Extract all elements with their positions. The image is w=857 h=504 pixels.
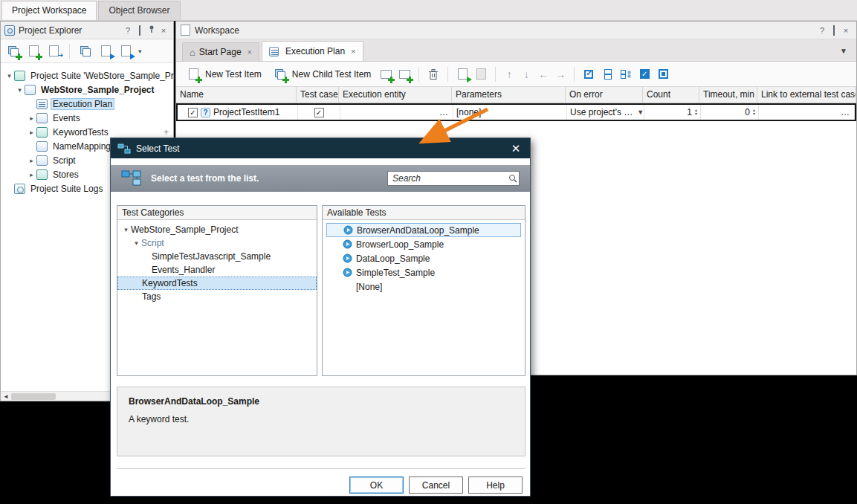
pin-icon[interactable] <box>146 25 158 36</box>
enable-all-button[interactable]: ✓ <box>581 67 596 82</box>
column-header-parameters[interactable]: Parameters <box>452 87 566 103</box>
available-test-item[interactable]: BrowserAndDataLoop_Sample <box>326 223 521 237</box>
cell-count[interactable]: 1 ▴▾ <box>644 105 701 120</box>
scroll-left-icon[interactable]: ◄ <box>1 393 11 400</box>
move-right-button[interactable]: → <box>554 68 567 80</box>
available-test-item[interactable]: DataLoop_Sample <box>326 251 521 265</box>
run-project-suite-button[interactable] <box>98 44 113 59</box>
enable-group-button[interactable] <box>618 67 633 82</box>
new-group-button[interactable] <box>378 67 393 82</box>
expander-expanded-icon[interactable]: ▾ <box>4 72 14 80</box>
test-categories-panel: Test Categories ▾ WebStore_Sample_Projec… <box>117 205 317 376</box>
new-project-button[interactable] <box>26 44 41 59</box>
count-stepper[interactable]: ▴▾ <box>695 109 697 116</box>
column-header-on-error[interactable]: On error <box>566 87 643 103</box>
tab-execution-plan[interactable]: Execution Plan × <box>262 41 363 61</box>
category-item-script[interactable]: ▾ Script <box>117 236 317 250</box>
add-existing-item-button[interactable] <box>78 44 93 59</box>
move-up-button[interactable]: ↑ <box>502 68 516 80</box>
tree-item-execution-plan[interactable]: Execution Plan <box>1 97 173 111</box>
tab-close-icon[interactable]: × <box>248 48 252 56</box>
results-button[interactable] <box>473 67 488 82</box>
trash-icon <box>428 68 439 80</box>
timeout-stepper[interactable]: ▴▾ <box>753 109 755 116</box>
row-enabled-checkbox[interactable]: ✓ <box>188 108 198 117</box>
tree-item-project-suite[interactable]: ▾ Project Suite 'WebStore_Sample_Project… <box>1 68 173 83</box>
search-box <box>387 171 520 186</box>
restore-icon[interactable] <box>828 25 840 36</box>
available-tests-panel: Available Tests BrowserAndDataLoop_Sampl… <box>322 205 525 376</box>
enable-selected-button[interactable]: ✓ <box>637 67 652 82</box>
help-button[interactable]: Help <box>468 476 523 494</box>
category-item-project[interactable]: ▾ WebStore_Sample_Project <box>117 223 317 236</box>
column-header-link[interactable]: Link to external test case <box>757 87 856 103</box>
new-test-item-button[interactable]: New Test Item <box>182 65 265 84</box>
help-icon[interactable]: ? <box>122 25 134 36</box>
open-arrow-icon: ➔ <box>57 52 63 59</box>
cell-link[interactable]: … <box>759 105 855 120</box>
browse-ellipsis-button[interactable]: … <box>839 107 851 117</box>
expander-collapsed-icon[interactable]: ▸ <box>27 114 36 122</box>
move-down-button[interactable]: ↓ <box>520 68 533 80</box>
tree-item-label: NameMapping <box>51 140 113 152</box>
column-header-name[interactable]: Name <box>176 87 297 103</box>
expander-expanded-icon[interactable]: ▾ <box>121 226 131 233</box>
tab-start-page[interactable]: ⌂ Start Page × <box>182 42 259 61</box>
column-header-timeout[interactable]: Timeout, min <box>699 87 757 103</box>
expander-expanded-icon[interactable]: ▾ <box>15 86 25 94</box>
delete-button[interactable] <box>426 67 441 82</box>
category-item-simpletestjavascript[interactable]: SimpleTestJavascript_Sample <box>117 250 317 263</box>
tree-item-events[interactable]: ▸ Events <box>1 111 173 125</box>
expander-collapsed-icon[interactable]: ▸ <box>27 157 36 164</box>
open-project-button[interactable]: ➔ <box>46 44 61 59</box>
search-input[interactable] <box>387 171 520 186</box>
scrollbar-thumb[interactable] <box>11 393 56 400</box>
cell-on-error[interactable]: Use project's … ▼ <box>567 105 644 120</box>
project-explorer-header: Project Explorer ? × <box>1 22 173 39</box>
table-row[interactable]: ✓ ? ProjectTestItem1 ✓ … [none] Use proj… <box>176 103 856 121</box>
new-child-test-item-button[interactable]: New Child Test Item <box>269 65 375 84</box>
script-icon <box>36 155 48 166</box>
add-item-button[interactable]: + <box>164 127 169 138</box>
tab-close-icon[interactable]: × <box>351 47 355 56</box>
run-project-button[interactable] <box>118 44 133 59</box>
tab-object-browser[interactable]: Object Browser <box>98 1 180 20</box>
column-header-execution-entity[interactable]: Execution entity <box>339 87 452 103</box>
category-item-events-handler[interactable]: Events_Handler <box>117 263 317 277</box>
new-child-group-button[interactable] <box>397 67 412 82</box>
tab-project-workspace[interactable]: Project Workspace <box>1 1 97 20</box>
help-icon[interactable]: ? <box>816 25 828 36</box>
cell-name[interactable]: ✓ ? ProjectTestItem1 <box>178 105 298 120</box>
cell-test-case[interactable]: ✓ <box>298 105 340 120</box>
expander-collapsed-icon[interactable]: ▸ <box>27 171 36 178</box>
category-item-tags[interactable]: Tags <box>117 290 317 303</box>
toggle-selected-button[interactable] <box>656 67 670 82</box>
expander-expanded-icon[interactable]: ▾ <box>132 239 141 247</box>
dialog-close-icon[interactable]: ✕ <box>508 142 523 155</box>
close-icon[interactable]: × <box>840 25 852 36</box>
close-icon[interactable]: × <box>158 25 169 36</box>
column-header-count[interactable]: Count <box>643 87 699 103</box>
cell-timeout[interactable]: 0 ▴▾ <box>701 105 759 120</box>
workspace-icon <box>181 25 190 36</box>
move-left-button[interactable]: ← <box>537 68 550 80</box>
column-header-test-case[interactable]: Test case <box>297 87 339 103</box>
category-item-keywordtests[interactable]: KeywordTests <box>117 277 317 290</box>
project-explorer-title: Project Explorer <box>19 25 122 36</box>
test-categories-header: Test Categories <box>117 206 317 220</box>
disable-all-button[interactable] <box>600 67 615 82</box>
cancel-button[interactable]: Cancel <box>409 476 463 494</box>
run-selected-button[interactable] <box>455 67 470 82</box>
test-case-checkbox[interactable]: ✓ <box>314 108 324 117</box>
available-test-item[interactable]: SimpleTest_Sample <box>326 265 521 280</box>
restore-icon[interactable] <box>134 25 146 36</box>
expander-collapsed-icon[interactable]: ▸ <box>27 129 36 136</box>
available-test-item-none[interactable]: [None] <box>326 280 521 294</box>
tab-list-dropdown[interactable]: ▼ <box>840 47 847 61</box>
tree-item-project[interactable]: ▾ WebStore_Sample_Project <box>1 83 173 97</box>
available-test-item[interactable]: BrowserLoop_Sample <box>326 237 521 251</box>
new-project-suite-button[interactable] <box>6 44 21 59</box>
ok-button[interactable]: OK <box>349 476 404 494</box>
run-options-dropdown[interactable]: ▾ <box>138 48 142 55</box>
dropdown-caret-icon[interactable]: ▼ <box>637 109 644 116</box>
